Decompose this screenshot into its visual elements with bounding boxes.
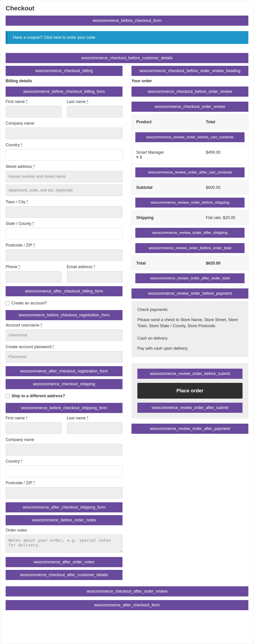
billing-postcode-input[interactable] <box>6 250 122 261</box>
col-total-header: Total <box>201 115 248 129</box>
billing-country-input[interactable] <box>6 149 122 161</box>
hook-review-after-shipping: woocommerce_review_order_after_shipping <box>135 228 245 238</box>
hook-review-after-payment: woocommerce_review_order_after_payment <box>132 424 248 434</box>
billing-street2-input[interactable] <box>6 184 122 196</box>
ship-different-label: Ship to a different address? <box>11 394 65 398</box>
shipping-company-label: Company name <box>6 437 122 442</box>
hook-before-shipping-form: woocommerce_before_checkout_shipping_for… <box>6 403 122 413</box>
payment-methods: Check payments Please send a check to St… <box>132 301 248 357</box>
payment-cod-title[interactable]: Cash on delivery <box>137 335 243 342</box>
order-notes-label: Order notes <box>6 528 122 533</box>
payment-check-text: Please send a check to Store Name, Store… <box>137 317 243 329</box>
hook-review-after-cart: woocommerce_review_order_after_cart_cont… <box>135 168 245 177</box>
account-password-label: Create account password * <box>6 344 122 349</box>
order-notes-input[interactable] <box>6 534 122 552</box>
hook-before-order-review-heading: woocommerce_checkout_before_order_review… <box>132 66 248 76</box>
page-title: Checkout <box>6 5 248 12</box>
shipping-label: Shipping <box>132 210 201 225</box>
account-username-label: Account username * <box>6 323 122 328</box>
hook-after-billing-form: woocommerce_after_checkout_billing_form <box>6 286 122 296</box>
place-order-button[interactable]: Place order <box>137 383 243 398</box>
billing-email-input[interactable] <box>67 271 123 282</box>
billing-company-input[interactable] <box>6 128 122 139</box>
payment-cod-text: Pay with cash upon delivery. <box>137 346 243 352</box>
cart-item-total: $499.00 <box>201 145 248 164</box>
hook-before-checkout-form: woocommerce_before_checkout_form <box>6 16 248 26</box>
shipping-last-name-input[interactable] <box>67 422 123 434</box>
shipping-country-label: Country * <box>6 459 122 464</box>
hook-before-order-review: woocommerce_checkout_before_order_review <box>132 86 248 97</box>
hook-before-order-notes: woocommerce_before_order_notes <box>6 515 122 525</box>
hook-review-before-order-total: woocommerce_review_order_before_order_to… <box>135 243 245 253</box>
shipping-postcode-input[interactable] <box>6 487 122 499</box>
shipping-postcode-label: Postcode / ZIP * <box>6 481 122 485</box>
order-heading: Your order <box>132 79 248 83</box>
shipping-country-input[interactable] <box>6 466 122 477</box>
account-username-input[interactable] <box>6 330 122 341</box>
shipping-value: Flat rate: $20.00 <box>201 210 248 225</box>
create-account-label: Create an account? <box>11 301 47 306</box>
billing-first-name-label: First name * <box>6 99 61 104</box>
col-product-header: Product <box>132 115 201 129</box>
checkout-page: Checkout woocommerce_before_checkout_for… <box>0 0 254 644</box>
billing-email-label: Email address * <box>67 264 123 269</box>
total-value: $620.00 <box>201 256 248 270</box>
order-review-table: Product Total woocommerce_review_order_b… <box>132 114 248 286</box>
shipping-first-name-input[interactable] <box>6 422 61 434</box>
billing-last-name-label: Last name * <box>67 99 123 104</box>
shipping-last-name-label: Last name * <box>67 416 123 420</box>
total-label: Total <box>132 256 201 270</box>
billing-last-name-input[interactable] <box>67 106 123 118</box>
customer-details-column: woocommerce_checkout_billing Billing det… <box>6 66 122 583</box>
hook-checkout-billing: woocommerce_checkout_billing <box>6 66 122 76</box>
billing-first-name-input[interactable] <box>6 106 61 118</box>
billing-street1-input[interactable] <box>6 171 122 182</box>
cart-item-qty: × 1 <box>136 155 197 160</box>
hook-after-customer-details: woocommerce_checkout_after_customer_deta… <box>6 570 122 580</box>
shipping-first-name-label: First name * <box>6 416 61 420</box>
shipping-company-input[interactable] <box>6 444 122 456</box>
billing-state-label: State / County * <box>6 221 122 226</box>
billing-phone-label: Phone * <box>6 264 61 269</box>
hook-review-after-submit: woocommerce_review_order_after_submit <box>137 403 243 413</box>
hook-before-registration-form: woocommerce_before_checkout_registration… <box>6 310 122 320</box>
billing-street-label: Street address * <box>6 164 122 169</box>
submit-box: woocommerce_review_order_before_submit P… <box>132 363 248 418</box>
subtotal-label: Subtotal <box>132 180 201 195</box>
hook-before-billing-form: woocommerce_before_checkout_billing_form <box>6 86 122 97</box>
cart-item-name: Smart Manager <box>136 150 197 155</box>
coupon-notice[interactable]: Have a coupon? Click here to enter your … <box>6 31 248 44</box>
hook-review-after-order-total: woocommerce_review_order_after_order_tot… <box>135 273 245 283</box>
hook-checkout-shipping: woocommerce_checkout_shipping <box>6 379 122 389</box>
ship-different-checkbox[interactable] <box>6 394 10 398</box>
payment-check-title[interactable]: Check payments <box>137 307 243 313</box>
hook-checkout-order-review: woocommerce_checkout_order_review <box>132 102 248 112</box>
order-review-column: woocommerce_checkout_before_order_review… <box>132 66 248 436</box>
account-password-input[interactable] <box>6 351 122 362</box>
hook-review-before-submit: woocommerce_review_order_before_submit <box>137 369 243 379</box>
billing-heading: Billing details <box>6 79 122 83</box>
billing-company-label: Company name <box>6 121 122 126</box>
create-account-checkbox[interactable] <box>6 301 10 305</box>
hook-after-order-notes: woocommerce_after_order_notes <box>6 557 122 567</box>
billing-phone-input[interactable] <box>6 271 61 282</box>
hook-review-before-payment: woocommerce_review_order_before_payment <box>132 288 248 298</box>
hook-review-before-shipping: woocommerce_review_order_before_shipping <box>135 198 245 208</box>
billing-state-input[interactable] <box>6 228 122 239</box>
hook-after-shipping-form: woocommerce_after_checkout_shipping_form <box>6 502 122 512</box>
billing-country-label: Country * <box>6 143 122 147</box>
billing-postcode-label: Postcode / ZIP * <box>6 243 122 248</box>
hook-after-order-review: woocommerce_checkout_after_order_review <box>6 586 248 596</box>
billing-town-label: Town / City * <box>6 200 122 204</box>
subtotal-value: $600.00 <box>201 180 248 195</box>
hook-after-registration-form: woocommerce_after_checkout_registration_… <box>6 366 122 376</box>
hook-before-customer-details: woocommerce_checkout_before_customer_det… <box>6 53 248 63</box>
billing-town-input[interactable] <box>6 206 122 218</box>
hook-after-checkout-form: woocommerce_after_checkout_form <box>6 600 248 610</box>
hook-review-before-cart: woocommerce_review_order_before_cart_con… <box>135 132 245 142</box>
cart-item-name-cell: Smart Manager × 1 <box>132 145 201 164</box>
